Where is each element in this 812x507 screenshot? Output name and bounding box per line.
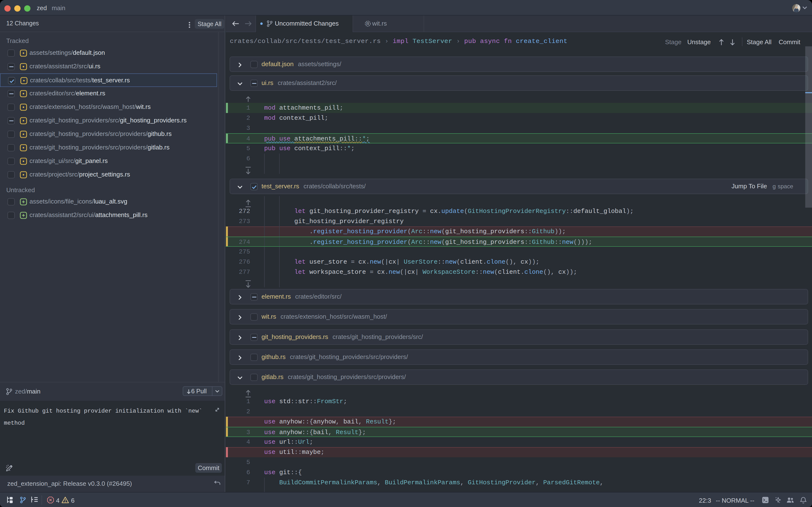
svg-text:R: R	[366, 21, 369, 26]
